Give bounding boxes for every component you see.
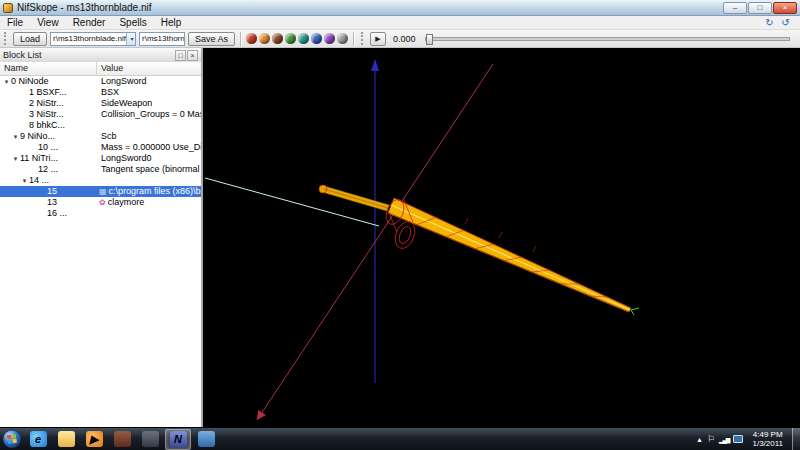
tree-expander-icon[interactable] xyxy=(38,186,47,197)
taskbar-app-button[interactable] xyxy=(109,429,135,450)
sphere-toggle-icon[interactable] xyxy=(246,33,257,44)
tree-expander-icon[interactable]: ▾ xyxy=(11,153,20,164)
tree-row[interactable]: 15 ▦c:\program files (x86)\bethesda soft… xyxy=(0,186,201,197)
network-icon[interactable]: ▂▄▆ xyxy=(719,436,729,443)
tree-row[interactable]: 2 NiStr... SideWeapon xyxy=(0,98,201,109)
value-column-header[interactable]: Value xyxy=(97,62,201,75)
tree-row-name-cell: 3 NiStr... xyxy=(0,109,97,120)
z-axis-arrow xyxy=(371,59,379,71)
play-button[interactable]: ▶ xyxy=(370,32,386,46)
tree-expander-icon[interactable] xyxy=(29,142,38,153)
name-column-header[interactable]: Name xyxy=(0,62,97,75)
menu-bar: File View Render Spells Help ↻ ↺ xyxy=(0,16,800,30)
tree-expander-icon[interactable]: ▾ xyxy=(11,131,20,142)
sphere-toggle-icon[interactable] xyxy=(285,33,296,44)
tree-row[interactable]: 3 NiStr... Collision_Groups = 0 Mass = 0… xyxy=(0,109,201,120)
load-path-combobox[interactable]: r\ms13thornblade.nif ▾ xyxy=(50,32,136,46)
tree-row-value-cell: Mass = 0.000000 Use_Display_Proxy = 0 Di… xyxy=(97,142,201,153)
close-button[interactable]: × xyxy=(773,2,797,14)
rotate-icon[interactable]: ↺ xyxy=(779,16,792,29)
maximize-button[interactable]: □ xyxy=(748,2,772,14)
animation-timeline-slider[interactable] xyxy=(425,37,790,41)
close-panel-button[interactable]: × xyxy=(187,50,198,61)
tree-row-name-cell: ▾ 0 NiNode xyxy=(0,76,97,87)
clock-date: 1/3/2011 xyxy=(752,439,783,448)
action-center-icon[interactable]: ⚐ xyxy=(707,434,715,444)
save-as-button[interactable]: Save As xyxy=(188,32,235,46)
sphere-toggle-icon[interactable] xyxy=(298,33,309,44)
minimize-button[interactable]: – xyxy=(723,2,747,14)
tree-row-name-cell: ▾ 14 ... xyxy=(0,175,97,186)
save-path-text: r\ms13thornblade.nif xyxy=(142,34,185,43)
taskbar-app-icon xyxy=(114,431,131,447)
tree-row[interactable]: ▾ 9 NiNo... Scb xyxy=(0,131,201,142)
tree-expander-icon[interactable] xyxy=(38,197,47,208)
chevron-down-icon[interactable]: ▾ xyxy=(126,33,136,45)
tree-row-name-cell: 1 BSXF... xyxy=(0,87,97,98)
tree-expander-icon[interactable] xyxy=(20,109,29,120)
menu-item[interactable]: Help xyxy=(154,17,189,28)
timeline-handle[interactable] xyxy=(426,34,433,45)
tree-expander-icon[interactable]: ▾ xyxy=(2,76,11,87)
display-icon[interactable] xyxy=(733,435,743,443)
title-bar[interactable]: NifSkope - ms13thornblade.nif – □ × xyxy=(0,0,800,16)
tree-row[interactable]: ▾ 14 ... xyxy=(0,175,201,186)
save-path-field[interactable]: r\ms13thornblade.nif xyxy=(139,32,185,46)
tree-row-icon: ▦ xyxy=(99,187,107,196)
tree-row-name: 0 NiNode xyxy=(11,76,49,87)
start-button[interactable] xyxy=(0,428,24,450)
taskbar-app-button[interactable]: e xyxy=(25,429,51,450)
tree-row-value-cell: Tangent space (binormal & tangent vector… xyxy=(97,164,201,175)
sphere-toggle-icon[interactable] xyxy=(272,33,283,44)
tree-row-value-cell: ▦c:\program files (x86)\bethesda softwor… xyxy=(97,186,201,197)
tree-row-value: Scb xyxy=(101,131,117,141)
taskbar-app-button[interactable]: ▶ xyxy=(81,429,107,450)
menu-item[interactable]: Spells xyxy=(112,17,153,28)
block-list-header[interactable]: Block List □ × xyxy=(0,48,201,62)
rotate-icon[interactable]: ↻ xyxy=(763,16,776,29)
tree-expander-icon[interactable] xyxy=(20,120,29,131)
tree-row[interactable]: 13 ✿claymore xyxy=(0,197,201,208)
sphere-toggle-icon[interactable] xyxy=(337,33,348,44)
tree-row[interactable]: 8 bhkC... xyxy=(0,120,201,131)
tree-row[interactable]: ▾ 11 NiTri... LongSword0 xyxy=(0,153,201,164)
clock[interactable]: 4:49 PM 1/3/2011 xyxy=(747,430,788,448)
tree-expander-icon[interactable] xyxy=(20,98,29,109)
taskbar-app-button[interactable] xyxy=(137,429,163,450)
load-path-text: r\ms13thornblade.nif xyxy=(53,34,126,43)
show-desktop-button[interactable] xyxy=(792,428,800,450)
sphere-toggle-icon[interactable] xyxy=(259,33,270,44)
tree-row-name-cell: 2 NiStr... xyxy=(0,98,97,109)
sphere-toggle-icon[interactable] xyxy=(311,33,322,44)
tree-expander-icon[interactable] xyxy=(38,208,47,219)
tree-row[interactable]: ▾ 0 NiNode LongSword xyxy=(0,76,201,87)
animation-toolbar-grip[interactable] xyxy=(361,32,365,45)
3d-viewport[interactable] xyxy=(203,48,800,427)
show-hidden-icons-button[interactable]: ▲ xyxy=(696,436,703,443)
tree-row[interactable]: 1 BSXF... BSX xyxy=(0,87,201,98)
menu-item[interactable]: Render xyxy=(66,17,113,28)
tree-row-value: BSX xyxy=(101,87,119,97)
toolbar-separator-2 xyxy=(353,32,354,46)
tree-expander-icon[interactable] xyxy=(29,164,38,175)
taskbar-app-button[interactable] xyxy=(193,429,219,450)
float-panel-button[interactable]: □ xyxy=(175,50,186,61)
toolbar-grip[interactable] xyxy=(4,32,8,45)
tree-row-name: 9 NiNo... xyxy=(20,131,55,142)
load-button[interactable]: Load xyxy=(13,32,47,46)
tree-row-name: 10 ... xyxy=(38,142,58,153)
taskbar-app-button[interactable]: N xyxy=(165,429,191,450)
menu-item[interactable]: View xyxy=(30,17,66,28)
render-toggle-icons xyxy=(246,33,348,44)
tree-row[interactable]: 16 ... xyxy=(0,208,201,219)
tree-expander-icon[interactable]: ▾ xyxy=(20,175,29,186)
menu-item[interactable]: File xyxy=(0,17,30,28)
tree-expander-icon[interactable] xyxy=(20,87,29,98)
tree-row[interactable]: 10 ... Mass = 0.000000 Use_Display_Proxy… xyxy=(0,142,201,153)
tree-row-name: 8 bhkC... xyxy=(29,120,65,131)
sphere-toggle-icon[interactable] xyxy=(324,33,335,44)
taskbar-app-button[interactable] xyxy=(53,429,79,450)
tree-row-value: claymore xyxy=(108,197,145,207)
tree-row[interactable]: 12 ... Tangent space (binormal & tangent… xyxy=(0,164,201,175)
nifskope-app-icon xyxy=(3,3,13,13)
